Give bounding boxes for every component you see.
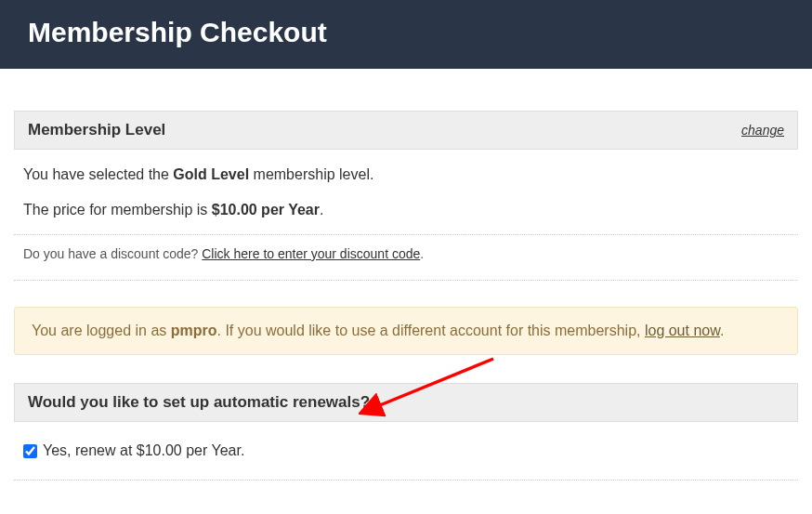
auto-renewal-header: Would you like to set up automatic renew…: [14, 383, 798, 422]
logout-link[interactable]: log out now: [645, 323, 720, 338]
page-header: Membership Checkout: [0, 0, 812, 69]
divider: [14, 480, 798, 481]
annotation-arrow-icon: [359, 351, 507, 424]
selected-level-text: You have selected the Gold Level members…: [23, 164, 789, 186]
divider: [14, 234, 798, 235]
selected-level-name: Gold Level: [173, 166, 249, 182]
change-level-link[interactable]: change: [741, 123, 784, 138]
discount-code-line: Do you have a discount code? Click here …: [14, 243, 798, 272]
auto-renewal-title: Would you like to set up automatic renew…: [28, 393, 784, 412]
divider: [14, 280, 798, 281]
membership-level-header: Membership Level change: [14, 111, 798, 150]
price-value: $10.00 per Year: [212, 202, 320, 217]
auto-renewal-checkbox-row: Yes, renew at $10.00 per Year.: [14, 422, 798, 472]
logged-in-username: pmpro: [171, 323, 217, 338]
page-title: Membership Checkout: [28, 17, 784, 48]
membership-level-body: You have selected the Gold Level members…: [14, 150, 798, 221]
login-status-alert: You are logged in as pmpro. If you would…: [14, 307, 798, 355]
price-text: The price for membership is $10.00 per Y…: [23, 199, 789, 221]
auto-renewal-checkbox[interactable]: [23, 444, 37, 458]
membership-level-title: Membership Level: [28, 121, 165, 139]
discount-code-link[interactable]: Click here to enter your discount code: [202, 246, 420, 261]
auto-renewal-label[interactable]: Yes, renew at $10.00 per Year.: [43, 442, 244, 459]
checkout-content: Membership Level change You have selecte…: [0, 111, 812, 481]
